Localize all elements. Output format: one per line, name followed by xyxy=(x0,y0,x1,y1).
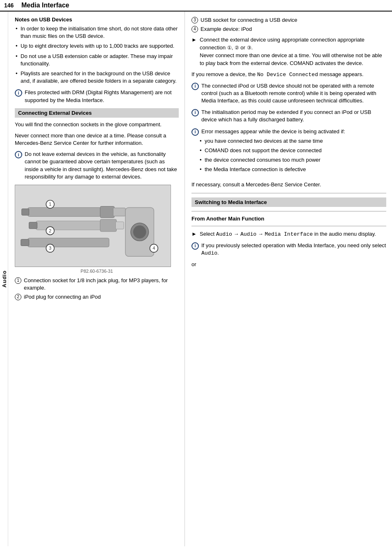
svg-rect-5 xyxy=(36,221,101,230)
info-text-4: If you previously selected operation wit… xyxy=(201,242,386,257)
numbered-item-3: 3 USB socket for connecting a USB device xyxy=(191,16,386,24)
svg-rect-1 xyxy=(28,207,101,216)
consult-text: If necessary, consult a Mercedes-Benz Se… xyxy=(191,181,386,189)
error-item-2: COMAND does not support the device conne… xyxy=(200,147,323,154)
or-text: or xyxy=(191,261,386,267)
connecting-para1: You will find the connection sockets in … xyxy=(15,121,179,129)
items-3-4-list: 3 USB socket for connecting a USB device… xyxy=(191,16,386,33)
svg-rect-10 xyxy=(21,239,29,246)
svg-rect-4 xyxy=(113,208,126,216)
numbered-item-4: 4 Example device: iPod xyxy=(191,26,386,33)
info-icon-4: i xyxy=(191,109,199,116)
external-device-text: Do not leave external devices in the veh… xyxy=(25,151,179,181)
info-block-1: i The connected iPod or USB device shoul… xyxy=(191,82,386,105)
divider xyxy=(191,193,386,193)
page-header: 146 Media Interface xyxy=(0,0,392,12)
content-area: Audio Notes on USB Devices In order to k… xyxy=(0,12,392,546)
left-column: Notes on USB Devices In order to keep th… xyxy=(8,12,185,546)
drm-info-text: Files protected with DRM (Digital Rights… xyxy=(25,89,179,104)
info-text-2: The initialisation period may be extende… xyxy=(201,109,386,123)
info-block-4: i If you previously selected operation w… xyxy=(191,242,386,257)
numbered-items-list: 1 Connection socket for 1/8 inch jack pl… xyxy=(15,277,179,301)
list-item: Playlists are searched for in the backgr… xyxy=(15,70,179,85)
connect-instruction-text: Connect the external device using approp… xyxy=(200,36,386,67)
svg-text:1: 1 xyxy=(49,202,51,207)
list-item: Do not use a USB extension cable or adap… xyxy=(15,53,179,67)
image-caption: P82.60-6736-31 xyxy=(15,269,179,274)
from-another-subtitle: From Another Main Function xyxy=(191,216,386,222)
divider-2 xyxy=(191,211,386,211)
error-item-4: the Media Interface connection is defect… xyxy=(200,166,323,173)
svg-rect-8 xyxy=(115,222,124,229)
svg-rect-9 xyxy=(28,238,109,247)
notes-usb-title: Notes on USB Devices xyxy=(15,16,179,23)
page-number: 146 xyxy=(4,2,16,9)
audio-tab-container: Audio xyxy=(0,12,8,546)
notes-usb-list: In order to keep the initialisation time… xyxy=(15,25,179,85)
connecting-section-header: Connecting External Devices xyxy=(15,108,179,118)
num-2: 2 xyxy=(15,294,21,300)
num-3: 3 xyxy=(191,17,198,23)
right-column: 3 USB socket for connecting a USB device… xyxy=(185,12,392,546)
no-device-para: If you remove a device, the No Device Co… xyxy=(191,71,386,79)
connecting-para2: Never connect more than one device at a … xyxy=(15,132,179,148)
page-title: Media Interface xyxy=(21,2,69,9)
svg-text:2: 2 xyxy=(49,228,51,233)
error-items-list: you have connected two devices at the sa… xyxy=(200,137,323,176)
info-icon: i xyxy=(15,89,22,97)
error-item-1: you have connected two devices at the sa… xyxy=(200,137,323,145)
info-icon-6: i xyxy=(191,242,199,250)
svg-text:3: 3 xyxy=(49,246,51,251)
info-text-3-title: Error messages appear while the device i… xyxy=(201,128,345,135)
select-instruction-block: ► Select Audio → Audio → Media Interface… xyxy=(191,230,386,239)
info-text-1: The connected iPod or USB device should … xyxy=(201,82,386,105)
switching-section-header: Switching to Media Interface xyxy=(191,197,386,207)
svg-rect-3 xyxy=(100,206,115,218)
svg-text:4: 4 xyxy=(152,246,155,251)
select-instruction-text: Select Audio → Audio → Media Interface i… xyxy=(200,230,376,239)
audio-tab-label: Audio xyxy=(1,270,7,288)
arrow-icon-2: ► xyxy=(191,230,197,238)
drm-info-block: i Files protected with DRM (Digital Righ… xyxy=(15,89,179,104)
divider-3 xyxy=(191,226,386,226)
list-item: Up to eight directory levels with up to … xyxy=(15,42,179,50)
num-4: 4 xyxy=(191,26,198,32)
external-device-info: i Do not leave external devices in the v… xyxy=(15,151,179,181)
list-item: In order to keep the initialisation time… xyxy=(15,25,179,40)
num-1: 1 xyxy=(15,277,21,284)
svg-point-13 xyxy=(133,225,146,239)
arrow-icon: ► xyxy=(191,36,197,44)
info-icon-5: i xyxy=(191,128,199,136)
info-block-2: i The initialisation period may be exten… xyxy=(191,109,386,123)
device-diagram-svg: 1 2 3 4 xyxy=(15,185,171,267)
error-item-3: the device connected consumes too much p… xyxy=(200,156,323,164)
numbered-item-1: 1 Connection socket for 1/8 inch jack pl… xyxy=(15,277,179,292)
device-diagram-container: 1 2 3 4 xyxy=(15,185,171,267)
svg-rect-6 xyxy=(29,222,37,229)
svg-rect-2 xyxy=(22,209,29,215)
numbered-item-2: 2 iPod plug for connecting an iPod xyxy=(15,293,179,301)
connect-instruction-block: ► Connect the external device using appr… xyxy=(191,36,386,67)
info-icon-2: i xyxy=(15,151,22,158)
info-block-3: i Error messages appear while the device… xyxy=(191,128,386,177)
no-device-code: No Device Connected xyxy=(257,72,318,78)
info-icon-3: i xyxy=(191,83,199,90)
svg-rect-7 xyxy=(100,219,117,232)
